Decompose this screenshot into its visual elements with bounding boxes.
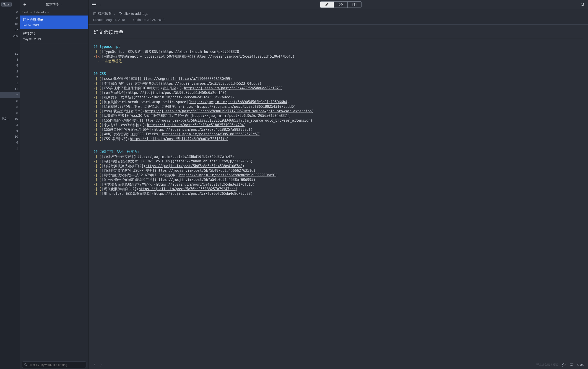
tag-count: 10 [15, 135, 18, 138]
sort-bar[interactable]: Sort by Updated ↓ ⌄ [20, 9, 88, 16]
markdown-list-item: - [ ] [个人总结（css3新特性）](https://juejin.im/… [94, 123, 583, 127]
markdown-heading: ## CSS [94, 71, 583, 76]
notebook-title[interactable]: 技术博客 [46, 2, 59, 7]
tag-item[interactable]: 5 [0, 62, 20, 68]
link[interactable]: https://juejin.im/post/5b6133a351882519d… [144, 118, 310, 123]
link[interactable]: https://juejin.im/post/5aab4f98518825558… [162, 132, 259, 136]
editor-content[interactable]: 好文必读清单 ## typescript- [ ] [TypeScript，初次… [88, 25, 588, 360]
note-date: May 30, 2019 [23, 37, 85, 41]
chevron-down-icon[interactable]: ⌄ [99, 3, 101, 6]
tag-item[interactable]: 10 [0, 133, 20, 140]
tags-pill[interactable]: Tags [1, 2, 12, 7]
tag-item[interactable]: 4 [0, 57, 20, 62]
link[interactable]: https://juejin.im/post/5a76bb955188257a7… [139, 187, 235, 191]
link[interactable]: https://juejin.im/post/5ce24f8ae51d45106… [196, 54, 292, 59]
svg-point-2 [340, 4, 341, 5]
tag-item[interactable] [0, 39, 20, 45]
link[interactable]: https://juejin.im/post/5a7fb09bf265da4e8… [154, 191, 251, 196]
tag-item[interactable]: 8 [0, 110, 20, 116]
menu-icon[interactable] [91, 2, 97, 7]
tag-item[interactable]: 3 [0, 104, 20, 110]
link[interactable]: https://juejin.im/post/5b87c8a5e51d4538e… [146, 164, 242, 168]
svg-point-5 [581, 3, 584, 5]
tag-item[interactable]: 51 [0, 50, 20, 57]
link[interactable]: https://juejin.im/post/5b6fa8c86fb9a0099… [179, 173, 276, 178]
tag-item[interactable]: 1 [0, 145, 20, 151]
link[interactable]: https://zhuanlan.zhihu.com/p/21324696 [175, 159, 251, 164]
markdown-list-item: - [ ] [浏览器页面资源加载过程与优化](https://juejin.im… [94, 182, 583, 187]
tag-item[interactable]: 11 [0, 86, 20, 92]
link[interactable]: https://juejin.im/post/5b7a50c0e51d4538a… [157, 178, 253, 182]
link[interactable]: https://juejin.im/post/5b75b497e51d45666… [157, 168, 253, 173]
link[interactable]: https://segmentfault.com/a/1190000018130… [141, 77, 230, 81]
tag-item[interactable]: 2 [0, 92, 20, 98]
tag-item[interactable]: 67 [0, 27, 20, 33]
tag-item[interactable]: 2 [0, 68, 20, 74]
link[interactable]: https://juejin.im/post/5b1f41246fb9a01e7… [130, 137, 227, 141]
note-item[interactable]: 好文必读清单Jul 24, 2019 [20, 16, 88, 29]
tag-item[interactable]: 1 [0, 80, 20, 86]
edit-mode-button[interactable] [320, 2, 334, 8]
link[interactable]: https://zhuanlan.zhihu.com/p/57958328 [163, 50, 239, 54]
markdown-indent: - 一些使用规范 [94, 59, 583, 63]
markdown-list-item: - [ ] [网站性能优化实战——从12.67s到1.06s的故事](https… [94, 173, 583, 178]
link[interactable]: https://juejin.im/post/5a0c184c518825319… [147, 123, 244, 127]
tag-item[interactable]: 0 [0, 15, 20, 21]
toolbar: ⌄ [88, 0, 588, 9]
link[interactable]: https://juejin.im/post/5b9a4477f265da0ad… [184, 86, 281, 90]
svg-rect-11 [570, 363, 573, 365]
tag-item[interactable]: 5 [0, 74, 20, 80]
new-note-button[interactable]: + [23, 2, 26, 8]
markdown-list-item: - [ ] [rem布局解析](https://juejin.im/post/5… [94, 90, 583, 95]
link[interactable]: https://juejin.im/post/5c136bd16fb9a049d… [135, 154, 232, 159]
document-title[interactable]: 好文必读清单 [94, 29, 583, 39]
footer-nav: 〈 〉 稀土掘金技术社区 ooo [88, 360, 588, 369]
svg-line-1 [26, 365, 27, 366]
tag-item[interactable]: 0 [0, 9, 20, 15]
filter-input[interactable] [29, 363, 84, 367]
tag-item[interactable]: 10 [0, 21, 20, 27]
presentation-icon[interactable] [569, 363, 574, 367]
tag-count: 3 [16, 105, 18, 109]
markdown-list-item: - [ ] [css加载会造成阻塞吗？](https://juejin.im/p… [94, 109, 583, 113]
link[interactable]: https://juejin.im/post/5c35953ce51d45523… [163, 81, 259, 86]
watermark: 稀土掘金技术社区 [536, 363, 558, 367]
markdown-list-item: - [ ] [前端缓存最佳实践](https://juejin.im/post/… [94, 154, 583, 159]
chevron-down-icon[interactable]: ⌄ [61, 3, 63, 6]
tag-item[interactable]: 从0到1...19 [0, 116, 20, 122]
tag-item[interactable]: 5 [0, 128, 20, 133]
note-item[interactable]: 已读好文May 30, 2019 [20, 29, 88, 43]
star-icon[interactable] [562, 363, 566, 367]
markdown-list-item: - [ ] [CSS实现水平垂直居中的1010种方式（史上最全）](https:… [94, 86, 583, 90]
split-mode-button[interactable] [348, 2, 361, 8]
tags-hint[interactable]: click to add tags [119, 12, 148, 16]
search-icon[interactable] [580, 2, 585, 7]
more-icon[interactable]: ooo [577, 363, 585, 367]
link[interactable]: https://juejin.im/post/5b6d0c5cf265da0f5… [192, 113, 289, 118]
link[interactable]: https://juejin.im/post/5b90e07ce51d450e6… [128, 90, 224, 95]
link[interactable]: https://juejin.im/post/5b8905456fb9a01a1… [190, 100, 287, 104]
sort-arrow-icon: ↓ [45, 10, 46, 14]
tag-item[interactable]: 8 [0, 98, 20, 104]
chevron-down-icon: ⌄ [113, 12, 116, 15]
tag-item[interactable] [0, 45, 20, 50]
link[interactable]: https://juejin.im/post/5b88ddca6fb9a019c… [145, 109, 312, 113]
markdown-list-item: - [ ] [彻底搞懂word-break、word-wrap、white-sp… [94, 100, 583, 104]
tag-count: 2 [16, 70, 18, 73]
tag-label: 从0到1... [2, 117, 12, 121]
link[interactable]: https://juejin.im/post/5a4ed917f265da3e3… [156, 182, 252, 187]
tag-item[interactable]: 209 [0, 33, 20, 39]
notebook-crumb[interactable]: 技术博客 ⌄ [93, 11, 116, 16]
tag-count: 4 [16, 58, 18, 61]
updated-value: Jul 24, 2019 [147, 18, 164, 22]
nav-back-button[interactable]: 〈 [92, 362, 96, 367]
nav-forward-button[interactable]: 〉 [100, 362, 104, 367]
tag-item[interactable]: 6 [0, 140, 20, 145]
link[interactable]: https://juejin.im/post/5b876f86518825431… [197, 104, 294, 109]
link[interactable]: https://juejin.im/post/5a7a9a545188257a8… [154, 127, 251, 132]
tags-sidebar: Tags 0010672095145251112838从0到1...192510… [0, 0, 20, 369]
tag-item[interactable]: 2 [0, 122, 20, 128]
link[interactable]: https://juejin.im/post/5b85586ce51d4538c… [135, 95, 232, 100]
note-meta: 技术博客 ⌄ click to add tags Created: Aug 21… [88, 9, 588, 25]
preview-mode-button[interactable] [334, 2, 348, 8]
